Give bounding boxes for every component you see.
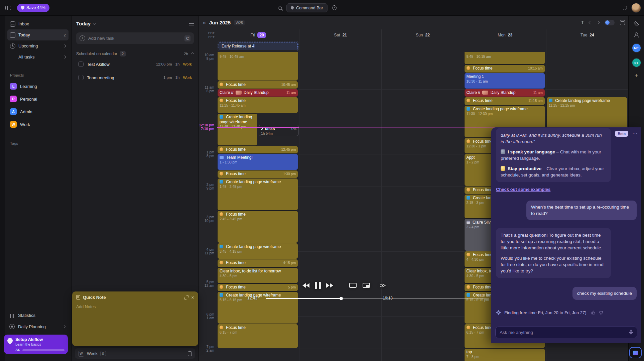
list-options-icon[interactable] [189,22,194,25]
rewind-button[interactable] [302,283,309,288]
project-item[interactable]: W Work [7,118,69,131]
sidebar-toggle-icon[interactable] [5,6,11,10]
calendar-event[interactable]: tap 7 - 8 pm [465,349,545,361]
skip-ahead-icon[interactable]: ≫ [379,281,386,289]
calendar-event[interactable]: 5 pm Focus time [218,284,298,291]
add-member-icon[interactable]: + [634,73,638,79]
next-week-icon[interactable] [597,21,600,24]
sidebar-item[interactable]: Today 2 [7,29,69,40]
calendar-event[interactable]: 10:15 am Focus time [465,65,545,72]
chevron-right-icon [62,325,66,328]
event-title: Focus time [226,325,246,330]
playback-scrubber[interactable] [340,297,343,300]
sidebar-item[interactable]: Inbox [7,18,69,29]
timer-icon[interactable] [332,6,337,10]
calendar-event[interactable]: 1:30 pm Focus time [218,170,298,178]
day-header[interactable]: Fri 20 [217,29,299,41]
member-avatar-me[interactable]: ME [632,44,641,52]
clipboard-icon[interactable] [188,351,192,356]
calendar-view-toggle[interactable] [605,20,615,25]
calendar-event[interactable]: 11 am Claire // Daily Standup [465,89,545,97]
sidebar-item[interactable]: Upcoming [7,40,69,51]
calendar-event[interactable]: 11:15 am Focus time [465,97,545,105]
calendar-event[interactable]: Focus time 11:15 - 11:45 am [218,97,298,113]
day-header[interactable]: Mon 23 [464,29,546,41]
member-avatar-sy[interactable]: SY [632,58,641,67]
chat-messages[interactable]: daily at 8 AM, and if it's sunny, schedu… [491,127,641,322]
picture-in-picture-icon[interactable] [363,283,370,288]
event-icon [467,107,470,111]
thumbs-up-icon[interactable] [591,310,596,315]
event-icon [220,99,223,102]
day-column[interactable] [381,52,464,361]
quick-note-input[interactable]: Add Notes [76,305,194,309]
command-bar-button[interactable]: Command Bar [286,3,328,12]
add-task-field[interactable]: + C [76,32,194,44]
collapse-panel-icon[interactable]: « [203,20,206,26]
calendar-event[interactable]: 12:45 pm Focus time [218,146,298,153]
project-item[interactable]: A Admin [7,105,69,118]
calendar-event[interactable]: 11 am Claire // Daily Standup [218,89,298,97]
save-discount-button[interactable]: Save 44% [17,4,49,12]
setup-akiflow-banner[interactable]: Setup Akiflow Learn the basics 3/6 [4,335,68,354]
chat-input[interactable] [495,327,637,338]
calendar-event[interactable]: Create landing page wireframe 3:45 - 4:1… [218,243,298,259]
calendar-event[interactable]: 10:45 am Focus time [218,81,298,89]
search-icon[interactable] [278,6,282,10]
task-checkbox[interactable] [78,75,84,80]
mic-icon[interactable] [628,329,634,337]
tasks-panel-title[interactable]: Today [76,21,91,26]
calendar-event[interactable]: 4:15 pm Focus time [218,259,298,267]
day-header[interactable]: Sat 21 [299,29,381,41]
examples-link[interactable]: Check out some examples [496,187,550,192]
task-row[interactable]: Team meeting 1 pm 1h Work [76,71,194,84]
calendar-event[interactable]: Clear inbox, to-do list for tomorrow 4:3… [218,268,298,283]
chevron-up-icon[interactable] [191,52,195,55]
calendar-event[interactable]: Create landing page wireframe 1:45 - 2:4… [218,178,298,210]
calendar-event[interactable]: Meeting 1 10:30 - 11 am [465,73,545,89]
chevron-down-icon[interactable] [93,22,96,25]
sidebar-item-statistics[interactable]: Statistics [7,310,68,320]
week-label[interactable]: Week [87,351,98,356]
link-icon[interactable] [633,20,640,27]
now-labels: 12:10 pm 7:10 pm [199,123,214,131]
calendar-event[interactable]: Create landing page wireframe 11:15 - 12… [547,97,627,129]
task-checkbox[interactable] [78,62,84,67]
close-icon[interactable]: × [191,295,194,299]
add-task-input[interactable] [88,36,181,41]
chat-menu-icon[interactable]: ⋯ [632,131,637,137]
calendar-event[interactable]: 9:45 - 10:15 am [465,52,545,64]
event-title: Create landing page wireframe [226,179,281,184]
day-header[interactable]: Tue 24 [546,29,628,41]
project-item[interactable]: L Learning [7,80,69,93]
sidebar-item[interactable]: All tasks [7,51,69,63]
ai-assistant-toggle-button[interactable] [629,347,642,358]
expand-icon[interactable] [184,295,188,299]
sidebar-item-daily-planning[interactable]: Daily Planning [7,322,68,332]
thumbs-down-icon[interactable] [599,310,604,315]
calendar-event[interactable]: 0% 2 Tasks 1h 54m [259,125,298,136]
sync-icon[interactable] [622,5,628,11]
jump-to-today-button[interactable]: T [581,20,584,25]
day-column[interactable] [299,52,381,361]
day-header[interactable]: Sun 22 [381,29,464,41]
calendar-event[interactable]: Focus time 2:45 - 3:45 pm [218,211,298,243]
calendar-event[interactable]: 9:45 - 10:45 am [218,52,298,81]
all-day-event[interactable]: Early Release at 4! [219,42,298,50]
people-icon[interactable] [634,32,639,37]
user-avatar[interactable] [632,3,641,12]
calendar-event[interactable]: Focus time 6:15 - 7 pm [218,324,298,348]
task-row[interactable]: Test Akiflow 12:06 pm 1h Work [76,57,194,71]
event-time-range: 3:45 - 4:15 pm [220,249,296,254]
prev-week-icon[interactable] [589,21,592,24]
scheduled-section-header[interactable]: Scheduled on calendar 2 2h [76,50,194,57]
fullscreen-icon[interactable] [349,283,357,288]
calendar-event[interactable]: Team Meeting! 1 - 1:30 pm [218,154,298,170]
section-title: Scheduled on calendar [76,51,117,56]
project-item[interactable]: P Personal [7,93,69,105]
fast-forward-button[interactable] [326,283,333,288]
calendar-event[interactable]: Create landing page wireframe 11:45 - 12… [218,114,257,145]
pause-button[interactable] [315,282,321,289]
playback-progress-bar[interactable] [266,298,489,299]
calendar-settings-icon[interactable] [620,20,625,25]
